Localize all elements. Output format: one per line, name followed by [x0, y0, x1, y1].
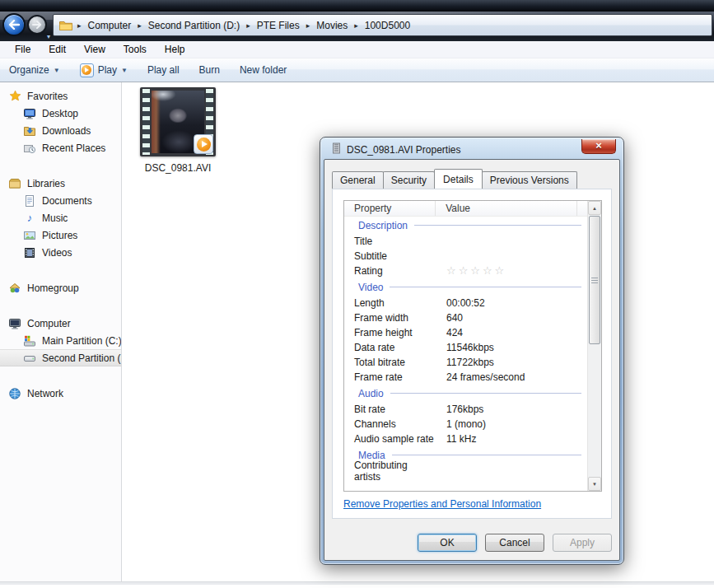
scroll-down-icon[interactable]: ▼ [588, 477, 601, 491]
section-divider [390, 287, 581, 287]
back-button[interactable] [2, 13, 26, 36]
property-row-total-bitrate[interactable]: Total bitrate11722kbps [344, 355, 587, 370]
sidebar-item-computer[interactable]: Computer [0, 315, 121, 332]
breadcrumb-segment[interactable]: Second Partition (D:) [146, 18, 242, 33]
toolbar-new-folder-button[interactable]: New folder [240, 63, 287, 77]
scrollbar-thumb[interactable] [589, 216, 600, 344]
tab-general[interactable]: General [332, 171, 384, 189]
tree-group-homegroup: Homegroup [0, 279, 121, 296]
column-header-property[interactable]: Property [344, 201, 436, 216]
toolbar-organize-button[interactable]: Organize▼ [9, 63, 60, 77]
close-icon[interactable]: × [581, 139, 616, 154]
dialog-body: GeneralSecurityDetailsPrevious Versions … [324, 159, 620, 561]
menu-help[interactable]: Help [156, 42, 194, 57]
property-row-channels[interactable]: Channels1 (mono) [344, 417, 587, 432]
tree-label: Homegroup [27, 282, 79, 294]
property-label: Total bitrate [344, 357, 436, 368]
file-name-label: DSC_0981.AVI [137, 162, 219, 174]
dialog-buttons: OKCancelApply [324, 534, 619, 552]
sidebar-item-homegroup[interactable]: Homegroup [0, 279, 121, 296]
recent-icon [23, 142, 36, 155]
tab-previous-versions[interactable]: Previous Versions [482, 171, 577, 189]
section-divider [392, 455, 581, 455]
property-row-audio-sample-rate[interactable]: Audio sample rate11 kHz [344, 432, 587, 446]
tree-label: Favorites [27, 91, 68, 102]
ok-button[interactable]: OK [418, 534, 477, 552]
property-row-subtitle[interactable]: Subtitle [344, 249, 587, 264]
breadcrumb-segment[interactable]: Movies [314, 18, 350, 33]
tree-label: Libraries [27, 178, 65, 189]
menu-tools[interactable]: Tools [114, 42, 156, 57]
sidebar-item-documents[interactable]: Documents [0, 192, 121, 209]
breadcrumb[interactable]: ▸Computer▸Second Partition (D:)▸PTE File… [53, 14, 712, 36]
breadcrumb-segment[interactable]: PTE Files [254, 18, 302, 33]
sidebar-item-videos[interactable]: Videos [0, 244, 121, 261]
toolbar-play-button[interactable]: Play▼ [80, 63, 128, 77]
property-row-bit-rate[interactable]: Bit rate176kbps [344, 402, 587, 417]
property-row-length[interactable]: Length00:00:52 [344, 296, 587, 310]
tab-security[interactable]: Security [383, 171, 435, 189]
sidebar-item-desktop[interactable]: Desktop [0, 105, 121, 122]
property-label: Frame rate [344, 371, 436, 383]
remove-properties-link[interactable]: Remove Properties and Personal Informati… [343, 498, 541, 510]
property-value: 424 [446, 327, 463, 338]
sidebar-item-second-partition-d-[interactable]: Second Partition (D:) [0, 349, 121, 366]
property-row-contributing-artists[interactable]: Contributing artists [344, 464, 587, 478]
scrollbar[interactable]: ▲ ▼ [587, 201, 601, 491]
sidebar-item-recent-places[interactable]: Recent Places [0, 139, 121, 156]
dialog-titlebar: DSC_0981.AVI Properties [331, 142, 461, 156]
property-label: Rating [344, 265, 436, 277]
library-icon [8, 177, 21, 190]
drive-icon [23, 352, 36, 365]
window-bottom-edge [0, 581, 714, 585]
sidebar-item-network[interactable]: Network [0, 385, 121, 402]
sidebar-item-favorites[interactable]: Favorites [0, 87, 121, 105]
chevron-down-icon: ▼ [121, 67, 128, 74]
video-thumbnail[interactable] [140, 87, 216, 156]
toolbar-label: Play [98, 64, 117, 76]
command-toolbar: Organize▼Play▼Play allBurnNew folder [0, 58, 714, 82]
property-value: 176kbps [446, 404, 483, 415]
menu-edit[interactable]: Edit [40, 42, 75, 57]
property-label: Length [344, 297, 436, 309]
toolbar-label: Burn [199, 64, 220, 76]
column-header-value[interactable]: Value [436, 201, 577, 216]
property-row-frame-width[interactable]: Frame width640 [344, 310, 587, 325]
menu-file[interactable]: File [6, 42, 40, 57]
property-label: Contributing artists [344, 460, 436, 483]
tree-label: Desktop [42, 108, 78, 119]
recent-pages-dropdown-icon[interactable]: ▾ [47, 33, 50, 40]
list-header[interactable]: Property Value [344, 201, 587, 217]
sidebar-item-main-partition-c-[interactable]: Main Partition (C:) [0, 332, 121, 349]
cancel-button[interactable]: Cancel [485, 534, 544, 552]
tree-label: Videos [42, 247, 72, 259]
section-title: Audio [358, 388, 384, 399]
play-overlay-icon[interactable] [194, 134, 213, 154]
file-item[interactable]: DSC_0981.AVI [137, 87, 219, 174]
tab-details[interactable]: Details [434, 169, 483, 189]
sidebar-item-music[interactable]: ♪Music [0, 209, 121, 226]
picture-icon [23, 229, 36, 242]
computer-icon [8, 317, 21, 330]
property-row-rating[interactable]: Rating☆☆☆☆☆ [344, 264, 587, 278]
toolbar-play-all-button[interactable]: Play all [147, 63, 180, 77]
sidebar-item-pictures[interactable]: Pictures [0, 226, 121, 244]
scroll-up-icon[interactable]: ▲ [588, 201, 601, 215]
property-row-title[interactable]: Title [344, 234, 587, 249]
os-drive-icon [23, 334, 36, 348]
rating-stars[interactable]: ☆☆☆☆☆ [446, 264, 506, 277]
property-row-frame-height[interactable]: Frame height424 [344, 325, 587, 340]
sidebar-item-downloads[interactable]: Downloads [0, 122, 121, 139]
property-row-frame-rate[interactable]: Frame rate24 frames/second [344, 370, 587, 385]
toolbar-label: Organize [9, 64, 49, 76]
toolbar-burn-button[interactable]: Burn [199, 63, 220, 77]
breadcrumb-segment[interactable]: 100D5000 [362, 18, 413, 33]
section-title: Video [358, 282, 383, 293]
menu-view[interactable]: View [75, 42, 114, 57]
property-row-data-rate[interactable]: Data rate11546kbps [344, 340, 587, 355]
property-label: Frame height [344, 327, 436, 338]
apply-button: Apply [553, 534, 612, 552]
breadcrumb-segment[interactable]: Computer [86, 18, 134, 33]
tree-label: Network [27, 388, 63, 399]
sidebar-item-libraries[interactable]: Libraries [0, 175, 121, 192]
